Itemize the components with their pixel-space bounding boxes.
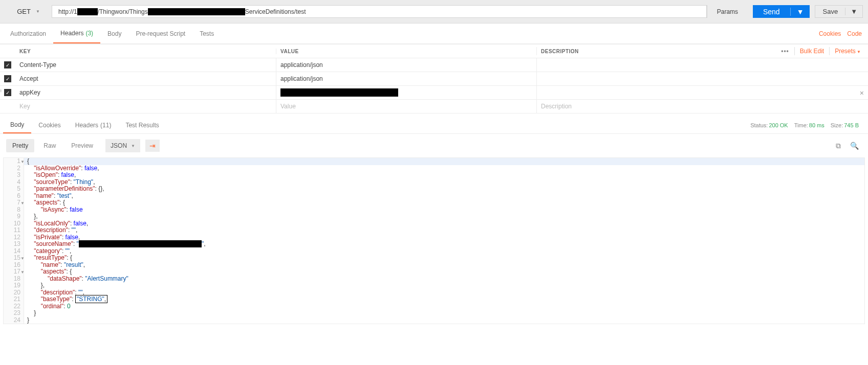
chevron-down-icon: ▼ (36, 9, 40, 14)
header-desc-cell[interactable] (536, 72, 868, 85)
http-method-label: GET (17, 8, 31, 15)
th-key: KEY (15, 49, 276, 54)
send-button-label: Send (753, 8, 790, 16)
header-value-cell[interactable]: application/json (276, 72, 536, 85)
row-checkbox[interactable]: ✓ (4, 61, 11, 69)
response-body-editor[interactable]: 1▼{ 2 "isAllowOverride": false, 3 "isOpe… (3, 157, 865, 324)
view-preview[interactable]: Preview (65, 139, 99, 152)
redacted-block (77, 8, 98, 15)
tab-headers-count: (3) (85, 30, 93, 37)
cookies-link[interactable]: Cookies (816, 30, 844, 37)
new-desc-input[interactable]: Description (536, 100, 868, 113)
header-row: ≡ ✓ appKey × (0, 86, 868, 100)
tab-headers-label: Headers (60, 30, 83, 37)
headers-table-head: KEY VALUE DESCRIPTION ••• Bulk Edit Pres… (0, 44, 868, 58)
new-key-input[interactable]: Key (15, 100, 276, 113)
code-link[interactable]: Code (844, 30, 865, 37)
th-value: VALUE (276, 49, 536, 54)
tab-body[interactable]: Body (100, 24, 128, 43)
save-button[interactable]: Save ▼ (815, 5, 863, 18)
header-row: ✓ Content-Type application/json (0, 58, 868, 72)
tab-prerequest[interactable]: Pre-request Script (128, 24, 192, 43)
tab-headers[interactable]: Headers (3) (53, 24, 100, 43)
tab-tests[interactable]: Tests (192, 24, 221, 43)
search-response-icon[interactable]: 🔍 (847, 142, 862, 150)
url-text-suffix: ServiceDefinitions/test (245, 8, 306, 15)
format-dropdown[interactable]: JSON (105, 139, 140, 152)
row-checkbox[interactable]: ✓ (4, 89, 11, 96)
url-input[interactable]: http://1/Thingworx/ThingsServiceDefiniti… (52, 5, 707, 18)
view-pretty[interactable]: Pretty (6, 139, 34, 152)
header-row: ✓ Accept application/json (0, 72, 868, 86)
header-desc-cell[interactable] (536, 86, 868, 99)
resp-tab-cookies[interactable]: Cookies (31, 117, 68, 133)
presets-dropdown[interactable]: Presets (835, 48, 861, 55)
response-toolbar: Pretty Raw Preview JSON ⇥ ⧉ 🔍 (0, 134, 868, 157)
new-value-input[interactable]: Value (276, 100, 536, 113)
resp-tab-test-results[interactable]: Test Results (118, 117, 166, 133)
view-raw[interactable]: Raw (37, 139, 62, 152)
header-row-new: Key Value Description (0, 100, 868, 113)
response-tabs: Body Cookies Headers (11) Test Results S… (0, 117, 868, 134)
redacted-block (148, 8, 245, 15)
size-meta: Size:745 B (831, 122, 865, 128)
url-text-mid: /Thingworx/Things (98, 8, 148, 15)
send-button[interactable]: Send ▼ (753, 5, 810, 18)
drag-handle-icon[interactable]: ≡ (0, 90, 2, 92)
redacted-block (280, 88, 398, 97)
resp-tab-headers-count: (11) (100, 122, 111, 129)
more-options-icon[interactable]: ••• (781, 48, 789, 55)
url-text-prefix: http://1 (58, 8, 77, 15)
tab-authorization[interactable]: Authorization (3, 24, 53, 43)
resp-tab-headers-label: Headers (75, 122, 98, 129)
header-key-cell[interactable]: Content-Type (15, 58, 276, 72)
resp-tab-headers[interactable]: Headers (11) (68, 117, 119, 133)
header-key-cell[interactable]: Accept (15, 72, 276, 85)
th-description: DESCRIPTION (541, 49, 781, 54)
resp-tab-body[interactable]: Body (3, 117, 31, 133)
header-value-cell[interactable] (276, 86, 536, 99)
params-button[interactable]: Params (707, 5, 748, 18)
http-method-dropdown[interactable]: GET ▼ (5, 5, 52, 18)
copy-response-icon[interactable]: ⧉ (833, 142, 844, 150)
send-button-dropdown[interactable]: ▼ (790, 8, 810, 16)
request-bar: GET ▼ http://1/Thingworx/ThingsServiceDe… (0, 0, 868, 24)
wrap-lines-icon[interactable]: ⇥ (145, 140, 160, 152)
delete-row-icon[interactable]: × (860, 89, 864, 97)
row-checkbox[interactable]: ✓ (4, 75, 11, 82)
time-meta: Time:80 ms (794, 122, 831, 128)
status-meta: Status:200 OK (750, 122, 794, 128)
header-key-cell[interactable]: appKey (15, 86, 276, 99)
save-button-dropdown[interactable]: ▼ (845, 8, 862, 15)
save-button-label: Save (815, 8, 845, 15)
bulk-edit-link[interactable]: Bulk Edit (800, 48, 824, 55)
header-desc-cell[interactable] (536, 58, 868, 72)
request-tabs: Authorization Headers (3) Body Pre-reque… (0, 24, 868, 44)
header-value-cell[interactable]: application/json (276, 58, 536, 72)
